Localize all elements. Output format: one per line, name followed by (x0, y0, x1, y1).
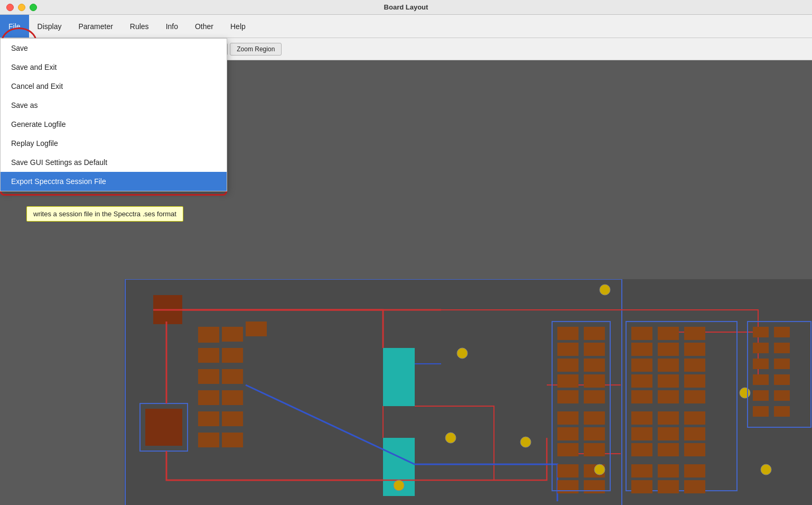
svg-rect-48 (631, 359, 652, 372)
menu-rules[interactable]: Rules (122, 15, 157, 38)
svg-rect-32 (557, 427, 578, 440)
svg-rect-44 (684, 327, 705, 340)
menu-generate-logfile[interactable]: Generate Logfile (1, 115, 227, 134)
svg-rect-39 (584, 480, 605, 493)
svg-rect-62 (684, 427, 705, 440)
menu-save-and-exit[interactable]: Save and Exit (1, 58, 227, 77)
svg-rect-81 (753, 327, 769, 337)
svg-rect-28 (557, 390, 578, 403)
menu-help[interactable]: Help (222, 15, 254, 38)
svg-point-73 (445, 433, 456, 443)
svg-rect-70 (658, 480, 679, 493)
svg-rect-58 (658, 411, 679, 425)
svg-rect-55 (658, 390, 679, 403)
maximize-button[interactable] (30, 4, 37, 11)
menu-save-as[interactable]: Save as (1, 96, 227, 115)
menu-bar: File Display Parameter Rules Info Other … (0, 15, 812, 38)
svg-rect-17 (145, 409, 182, 446)
svg-rect-25 (584, 359, 605, 372)
svg-rect-3 (198, 327, 219, 343)
svg-rect-84 (774, 343, 790, 353)
svg-point-79 (594, 464, 605, 475)
zoom-region-button[interactable]: Zoom Region (230, 43, 282, 56)
close-button[interactable] (6, 4, 14, 11)
menu-file[interactable]: File (0, 15, 29, 38)
svg-rect-24 (557, 359, 578, 372)
app-title: Board Layout (384, 3, 428, 11)
svg-rect-5 (246, 322, 267, 336)
svg-rect-68 (684, 464, 705, 478)
svg-rect-92 (774, 406, 790, 417)
file-dropdown: Save Save and Exit Cancel and Exit Save … (0, 38, 227, 191)
svg-rect-8 (198, 369, 219, 384)
svg-rect-64 (658, 443, 679, 456)
svg-rect-65 (684, 443, 705, 456)
svg-rect-15 (222, 433, 243, 447)
svg-rect-57 (631, 411, 652, 425)
svg-rect-30 (557, 411, 578, 425)
svg-rect-10 (198, 390, 219, 405)
svg-rect-46 (658, 343, 679, 356)
menu-cancel-and-exit[interactable]: Cancel and Exit (1, 77, 227, 96)
svg-rect-33 (584, 427, 605, 440)
svg-rect-13 (222, 411, 243, 426)
svg-rect-20 (557, 327, 578, 340)
svg-rect-22 (557, 343, 578, 356)
svg-rect-56 (684, 390, 705, 403)
svg-rect-7 (222, 348, 243, 363)
svg-rect-71 (684, 480, 705, 493)
svg-rect-49 (658, 359, 679, 372)
svg-rect-67 (658, 464, 679, 478)
svg-rect-26 (557, 374, 578, 388)
title-bar: Board Layout (0, 0, 812, 15)
svg-rect-21 (584, 327, 605, 340)
svg-rect-23 (584, 343, 605, 356)
menu-other[interactable]: Other (186, 15, 222, 38)
svg-rect-88 (774, 374, 790, 385)
pcb-visualization (124, 279, 812, 505)
svg-rect-91 (753, 406, 769, 417)
svg-rect-54 (631, 390, 652, 403)
svg-rect-6 (198, 348, 219, 363)
svg-point-77 (761, 464, 771, 475)
svg-point-78 (394, 480, 404, 491)
svg-rect-29 (584, 390, 605, 403)
svg-rect-83 (753, 343, 769, 353)
svg-rect-61 (658, 427, 679, 440)
svg-rect-12 (198, 411, 219, 426)
svg-rect-90 (774, 390, 790, 401)
svg-rect-38 (557, 480, 578, 493)
svg-point-74 (520, 437, 531, 447)
menu-export-specctra[interactable]: Export Specctra Session File (1, 172, 227, 191)
minimize-button[interactable] (18, 4, 25, 11)
menu-save-gui-settings[interactable]: Save GUI Settings as Default (1, 153, 227, 172)
svg-rect-66 (631, 464, 652, 478)
svg-rect-82 (774, 327, 790, 337)
menu-save[interactable]: Save (1, 39, 227, 58)
svg-rect-47 (684, 343, 705, 356)
menu-parameter[interactable]: Parameter (70, 15, 121, 38)
svg-rect-89 (753, 390, 769, 401)
svg-rect-51 (631, 374, 652, 388)
svg-rect-27 (584, 374, 605, 388)
svg-rect-43 (658, 327, 679, 340)
svg-rect-50 (684, 359, 705, 372)
tooltip: writes a session file in the Specctra .s… (26, 206, 183, 222)
svg-point-75 (600, 284, 610, 295)
svg-rect-69 (631, 480, 652, 493)
svg-rect-45 (631, 343, 652, 356)
svg-rect-59 (684, 411, 705, 425)
menu-display[interactable]: Display (29, 15, 70, 38)
menu-replay-logfile[interactable]: Replay Logfile (1, 134, 227, 153)
svg-rect-52 (658, 374, 679, 388)
svg-rect-60 (631, 427, 652, 440)
svg-rect-18 (383, 348, 415, 406)
menu-info[interactable]: Info (157, 15, 186, 38)
svg-rect-85 (753, 359, 769, 369)
svg-rect-14 (198, 433, 219, 447)
svg-rect-86 (774, 359, 790, 369)
svg-point-76 (740, 388, 750, 398)
svg-rect-35 (584, 443, 605, 456)
svg-rect-34 (557, 443, 578, 456)
svg-rect-53 (684, 374, 705, 388)
